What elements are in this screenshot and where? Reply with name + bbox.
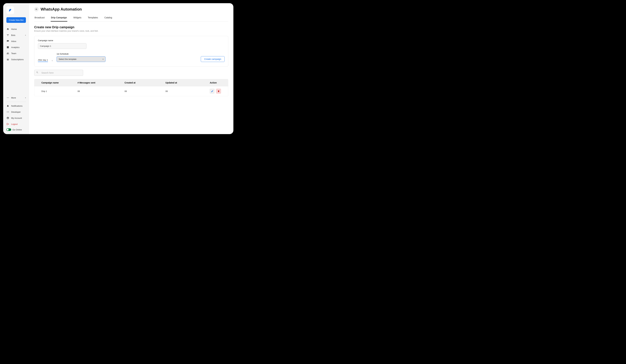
th-updated-at: Updated at: [165, 81, 205, 84]
create-campaign-button[interactable]: Create campaign: [201, 56, 225, 62]
main-content: WhatsApp Automation Broadcast Drip Campa…: [29, 3, 234, 134]
schedule-row: After day 1 1st Schedule Select the temp…: [38, 53, 225, 62]
sidebar-item-home[interactable]: Home: [4, 26, 28, 32]
analytics-icon: [6, 46, 9, 49]
bird-icon: [8, 8, 12, 12]
sidebar-item-label: Notifications: [11, 105, 23, 107]
go-online-label: Go Online: [12, 129, 22, 131]
sidebar-item-label: Analytics: [11, 46, 20, 49]
section-title: Create new Drip campaign: [34, 25, 228, 29]
svg-point-0: [7, 98, 7, 98]
tab-broadcast[interactable]: Broadcast: [34, 15, 45, 22]
sidebar-item-label: Home: [11, 28, 17, 30]
code-icon: [6, 110, 9, 113]
campaign-form-card: Campaign name After day 1 1st Schedule S…: [34, 36, 228, 66]
bell-icon: [6, 104, 9, 107]
search-input[interactable]: [34, 70, 83, 76]
sidebar-item-analytics[interactable]: Analytics: [4, 44, 28, 50]
template-select-value: Select the template: [59, 58, 77, 60]
sidebar-item-notifications[interactable]: Notifications: [4, 103, 28, 109]
chevron-down-icon: ▾: [25, 97, 26, 99]
campaign-name-input[interactable]: [38, 43, 86, 49]
schedule-column: 1st Schedule Select the template ▾: [57, 53, 106, 62]
page-header: WhatsApp Automation: [34, 7, 228, 11]
cell-messages-sent: 06: [78, 90, 124, 93]
back-button[interactable]: [34, 7, 39, 11]
go-online-toggle[interactable]: [6, 128, 11, 131]
tab-templates[interactable]: Templates: [87, 15, 98, 22]
delete-button[interactable]: [216, 89, 221, 94]
tabs: Broadcast Drip Campaign Widgets Template…: [34, 15, 228, 22]
sidebar-item-label: My Account: [11, 117, 22, 119]
sidebar-item-label: Logout: [11, 123, 18, 125]
account-icon: [6, 117, 9, 119]
edit-button[interactable]: [210, 89, 215, 94]
team-icon: [6, 52, 9, 55]
arrow-left-icon: [35, 8, 38, 10]
campaign-name-label: Campaign name: [38, 39, 225, 42]
cell-campaign-name: Drip 1: [41, 90, 78, 93]
action-buttons: [205, 89, 221, 94]
cell-updated-at: 06: [165, 90, 205, 93]
more-icon: [6, 96, 9, 99]
sidebar: Create New Bot Home Bots ▾ Inbox Analyti…: [3, 3, 29, 134]
sidebar-item-my-account[interactable]: My Account: [4, 115, 28, 121]
table-row: Drip 1 06 06 06: [34, 86, 228, 96]
sidebar-item-subscriptions[interactable]: Subscriptions: [4, 56, 28, 63]
template-select[interactable]: Select the template ▾: [57, 56, 106, 62]
page-title: WhatsApp Automation: [40, 7, 82, 11]
sidebar-item-team[interactable]: Team: [4, 50, 28, 56]
section-subtitle: Ensure your chat interface matches your …: [34, 30, 228, 32]
sidebar-item-developer[interactable]: Developer: [4, 109, 28, 115]
th-created-at: Created at: [124, 81, 165, 84]
sidebar-item-label: Bots: [11, 34, 15, 36]
schedule-label: 1st Schedule: [57, 53, 106, 55]
chevron-down-icon: ▾: [25, 34, 26, 36]
sidebar-item-label: Team: [11, 52, 16, 55]
pencil-icon: [211, 90, 213, 93]
trash-icon: [217, 90, 220, 93]
inbox-icon: [6, 40, 9, 43]
search-wrap: [34, 70, 83, 76]
bots-icon: [6, 34, 9, 36]
sidebar-item-inbox[interactable]: Inbox: [4, 38, 28, 44]
sidebar-divider: [6, 102, 26, 102]
sidebar-item-label: Subscriptions: [11, 58, 24, 61]
sidebar-item-label: More: [11, 97, 16, 99]
caret-down-icon: ▾: [103, 58, 103, 60]
table-header: Campaign name # Messages sent Created at…: [34, 79, 228, 86]
cell-created-at: 06: [124, 90, 165, 93]
sidebar-item-label: Developer: [11, 111, 21, 113]
sidebar-item-more[interactable]: More ▾: [4, 95, 28, 101]
sidebar-item-logout[interactable]: Logout: [4, 121, 28, 127]
after-day-chip[interactable]: After day 1: [38, 59, 48, 62]
tab-catalog[interactable]: Catalog: [104, 15, 112, 22]
home-icon: [6, 28, 9, 31]
tab-drip-campaign[interactable]: Drip Campaign: [51, 15, 67, 22]
go-online-row: Go Online: [4, 127, 28, 132]
create-new-bot-button[interactable]: Create New Bot: [6, 17, 26, 23]
logout-icon: [6, 123, 9, 126]
th-messages-sent: # Messages sent: [78, 81, 124, 84]
campaigns-table: Campaign name # Messages sent Created at…: [34, 79, 228, 96]
app-logo: [6, 6, 14, 14]
sidebar-item-label: Inbox: [11, 40, 16, 42]
timeline-dot-icon: [52, 60, 53, 61]
subscriptions-icon: [6, 58, 9, 61]
svg-point-1: [8, 98, 8, 98]
th-campaign-name: Campaign name: [41, 81, 78, 84]
th-action: Action: [205, 81, 221, 84]
tab-widgets[interactable]: Widgets: [73, 15, 82, 22]
sidebar-item-bots[interactable]: Bots ▾: [4, 32, 28, 38]
app-shell: Create New Bot Home Bots ▾ Inbox Analyti…: [3, 3, 234, 134]
search-icon: [36, 71, 39, 74]
svg-point-2: [8, 98, 9, 98]
